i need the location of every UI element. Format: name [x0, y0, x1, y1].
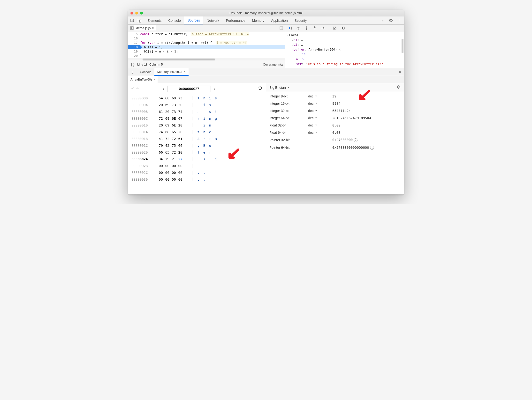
hex-byte[interactable]: 00 — [159, 164, 163, 168]
code-line[interactable]: 20} — [128, 54, 285, 58]
hex-byte[interactable]: 00 — [165, 178, 169, 181]
code-line[interactable]: 19 b2[i] = n - i - 1; — [128, 49, 285, 54]
hex-row[interactable]: 0000002C00000000.... — [131, 169, 262, 176]
hex-byte[interactable]: 20 — [178, 123, 182, 127]
hex-byte[interactable]: 61 — [159, 110, 163, 114]
scope-variable[interactable]: buffer: ArrayBuffer(60)⁙ — [287, 47, 404, 52]
address-next-icon[interactable]: › — [213, 87, 217, 91]
hex-byte[interactable]: 00 — [159, 178, 163, 181]
hex-body[interactable]: 0000000054686973This0000000420697320 is … — [131, 95, 262, 183]
interpretation-settings-icon[interactable] — [397, 85, 401, 90]
hex-ascii-char[interactable]: . — [197, 171, 200, 175]
hex-ascii-char[interactable]: r — [209, 150, 211, 154]
panel-tab-network[interactable]: Network — [203, 16, 222, 24]
hex-ascii-char[interactable]: i — [203, 117, 205, 120]
run-snippet-right-icon[interactable] — [279, 26, 284, 30]
hex-byte[interactable]: 00 — [172, 164, 176, 168]
file-tab-demo-js[interactable]: demo-js.js × — [134, 25, 156, 30]
hex-row[interactable]: 0000003000000000.... — [131, 176, 262, 183]
hex-row[interactable]: 0000000861207374a st — [131, 108, 262, 115]
line-number[interactable]: 20 — [128, 54, 140, 58]
hex-byte[interactable]: 00 — [178, 164, 182, 168]
panel-tab-elements[interactable]: Elements — [144, 16, 165, 24]
code-line[interactable]: 16 — [128, 36, 285, 41]
code-line[interactable]: 18 b1[i] = i; — [128, 45, 285, 49]
close-drawer-tab-icon[interactable]: × — [184, 70, 186, 74]
hex-ascii-char[interactable]: e — [209, 130, 211, 134]
jump-to-address-icon[interactable]: → — [354, 138, 357, 142]
inspect-element-icon[interactable] — [130, 18, 135, 23]
hex-ascii-char[interactable]: . — [203, 164, 205, 168]
hex-byte[interactable]: 72 — [159, 117, 163, 120]
hex-byte[interactable]: 69 — [172, 96, 176, 100]
more-menu-icon[interactable]: ⋮ — [397, 18, 402, 23]
hex-byte[interactable]: 20 — [165, 110, 169, 114]
hex-ascii-char[interactable]: g — [215, 117, 217, 120]
hex-row[interactable]: 0000000C72696E67ring — [131, 115, 262, 122]
hex-byte[interactable]: 00 — [165, 171, 169, 175]
hex-ascii-char[interactable]: a — [215, 137, 217, 141]
hex-byte[interactable]: 79 — [159, 144, 163, 148]
hex-row[interactable]: 0000002066657220fer — [131, 149, 262, 156]
step-over-icon[interactable] — [296, 26, 301, 30]
hex-ascii-char[interactable]: i — [203, 103, 205, 107]
hex-byte[interactable]: 21 — [172, 157, 176, 161]
hex-byte[interactable]: 20 — [159, 123, 163, 127]
hex-ascii-char[interactable]: u — [209, 144, 211, 148]
hex-byte[interactable]: 68 — [165, 130, 169, 134]
hex-byte[interactable]: 69 — [165, 117, 169, 120]
hex-ascii-char[interactable]: ) — [203, 157, 205, 161]
scope-variable[interactable]: i: 40 — [287, 52, 404, 57]
hex-ascii-char[interactable]: . — [197, 164, 200, 168]
hex-ascii-char[interactable]: s — [209, 110, 211, 114]
window-minimize-button[interactable] — [135, 12, 138, 15]
hex-byte[interactable]: 20 — [178, 130, 182, 134]
hex-ascii-char[interactable] — [215, 123, 217, 127]
hex-row[interactable]: 0000000054686973This — [131, 95, 262, 102]
line-number[interactable]: 17 — [128, 41, 140, 45]
scope-body[interactable]: Localb1: …b2: …buffer: ArrayBuffer(60)⁙i… — [285, 31, 404, 68]
history-back-icon[interactable]: ↶ — [131, 87, 135, 91]
disclosure-triangle-icon[interactable] — [292, 38, 293, 42]
drawer-tab-console[interactable]: Console — [137, 68, 154, 76]
hex-ascii-char[interactable]: h — [203, 130, 205, 134]
hex-row[interactable]: 0000000420697320 is — [131, 102, 262, 108]
hex-byte[interactable]: 3A — [159, 157, 163, 161]
hex-byte[interactable]: 00 — [178, 178, 182, 181]
hex-ascii-char[interactable]: s — [209, 103, 211, 107]
hex-ascii-char[interactable]: f — [215, 144, 217, 148]
hex-ascii-char[interactable]: a — [197, 110, 200, 114]
interpretation-format-selector[interactable]: dec▼ — [308, 116, 330, 120]
panel-tab-console[interactable]: Console — [165, 16, 184, 24]
disclosure-triangle-icon[interactable] — [292, 48, 293, 51]
hex-ascii-char[interactable]: : — [197, 157, 200, 161]
hex-ascii-char[interactable]: . — [215, 171, 217, 175]
hex-ascii-char[interactable]: . — [215, 178, 217, 181]
hex-byte[interactable]: 72 — [165, 137, 169, 141]
panel-tab-application[interactable]: Application — [268, 16, 291, 24]
hex-ascii-char[interactable]: t — [197, 130, 200, 134]
hex-byte[interactable]: 29 — [165, 157, 169, 161]
close-memory-tab-icon[interactable]: × — [153, 78, 155, 81]
pause-on-exceptions-icon[interactable] — [341, 26, 346, 30]
scope-variable[interactable]: b2: … — [287, 42, 404, 47]
line-number[interactable]: 15 — [128, 32, 140, 36]
hex-ascii-char[interactable]: r — [197, 117, 200, 120]
hex-ascii-char[interactable]: . — [209, 171, 211, 175]
hex-byte[interactable]: 41 — [159, 137, 163, 141]
memory-buffer-tab[interactable]: ArrayBuffer(60) × — [128, 76, 158, 83]
scope-vertical-scrollbar[interactable] — [402, 39, 403, 53]
history-forward-icon[interactable]: ↷ — [136, 87, 139, 91]
tabs-overflow-button[interactable]: » — [380, 18, 385, 23]
window-close-button[interactable] — [130, 12, 133, 15]
drawer-tab-memory-inspector[interactable]: Memory Inspector × — [154, 68, 189, 76]
refresh-icon[interactable] — [258, 86, 262, 91]
pretty-print-icon[interactable]: {} — [130, 62, 135, 67]
hex-byte[interactable]: 42 — [165, 144, 169, 148]
code-body[interactable]: 15const buffer = b1.buffer; buffer = Arr… — [128, 31, 285, 58]
hex-byte[interactable]: 72 — [172, 137, 176, 141]
hex-ascii-char[interactable] — [215, 103, 217, 107]
hex-ascii-char[interactable] — [215, 130, 217, 134]
hex-row[interactable]: 0000001841727261Arra — [131, 135, 262, 142]
interpretation-format-selector[interactable]: dec▼ — [308, 123, 330, 127]
